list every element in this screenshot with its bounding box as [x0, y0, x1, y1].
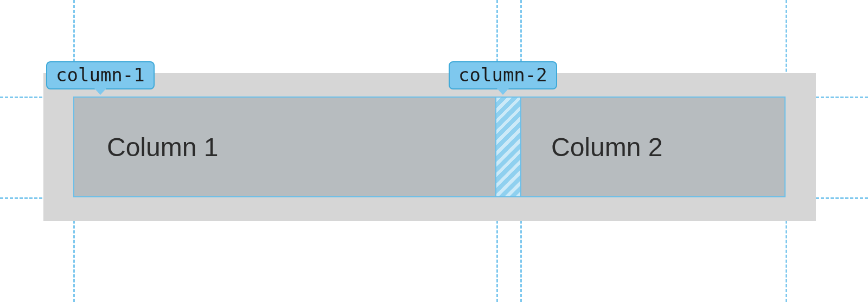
- column-1: Column 1: [73, 97, 496, 197]
- column-2: Column 2: [520, 97, 786, 197]
- column-gap-icon: [496, 97, 520, 197]
- grid-row: Column 1 Column 2: [73, 97, 786, 197]
- column-2-label: Column 2: [551, 132, 662, 162]
- grid-line-badge-column-1: column-1: [46, 61, 155, 89]
- column-1-label: Column 1: [107, 132, 218, 162]
- grid-line-badge-column-2: column-2: [449, 61, 557, 89]
- grid-line-token: column-1: [56, 64, 145, 86]
- grid-line-token: column-2: [458, 64, 547, 86]
